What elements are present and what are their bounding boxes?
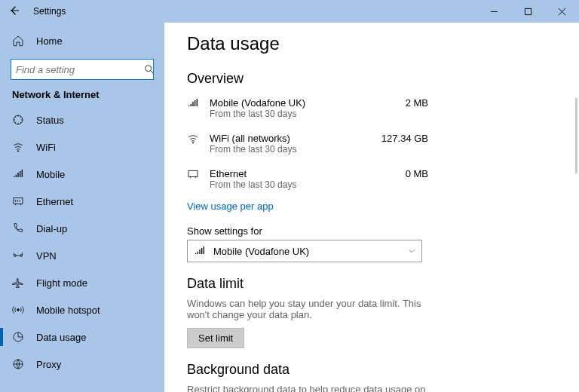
- nav-list: Status WiFi Mobile Ethernet Dial-up: [0, 106, 164, 392]
- overview-value: 0 MB: [375, 168, 428, 179]
- overview-sub: From the last 30 days: [210, 179, 365, 190]
- overview-value: 127.34 GB: [375, 133, 428, 144]
- search-input[interactable]: [11, 59, 154, 80]
- content-pane: Data usage Overview Mobile (Vodafone UK)…: [164, 23, 579, 392]
- sidebar-item-label: Flight mode: [36, 277, 87, 289]
- overview-name: WiFi (all networks): [210, 133, 365, 144]
- show-settings-select[interactable]: Mobile (Vodafone UK): [187, 240, 422, 262]
- overview-sub: From the last 30 days: [210, 144, 365, 155]
- svg-point-7: [17, 309, 20, 311]
- sidebar-item-vpn[interactable]: VPN: [0, 242, 164, 269]
- search-field[interactable]: [16, 64, 143, 75]
- svg-point-5: [14, 255, 17, 257]
- sidebar-item-proxy[interactable]: Proxy: [0, 351, 164, 378]
- sidebar-item-label: Mobile: [36, 169, 65, 180]
- overview-row-mobile[interactable]: Mobile (Vodafone UK) From the last 30 da…: [187, 93, 428, 128]
- status-icon: [12, 114, 24, 126]
- proxy-icon: [12, 358, 24, 370]
- svg-point-10: [192, 142, 193, 143]
- back-button[interactable]: [8, 4, 21, 20]
- overview-name: Mobile (Vodafone UK): [210, 97, 365, 109]
- svg-point-3: [17, 151, 18, 152]
- overview-row-ethernet[interactable]: Ethernet From the last 30 days 0 MB: [187, 164, 428, 199]
- view-usage-link[interactable]: View usage per app: [187, 199, 274, 225]
- sidebar-item-label: Ethernet: [36, 196, 73, 207]
- sidebar: Home Network & Internet Status WiFi: [0, 23, 164, 392]
- select-value: Mobile (Vodafone UK): [213, 246, 400, 257]
- overview-heading: Overview: [187, 71, 556, 87]
- data-limit-heading: Data limit: [187, 276, 556, 292]
- wifi-icon: [187, 133, 199, 145]
- background-desc: Restrict background data to help reduce …: [187, 384, 428, 392]
- sidebar-item-label: Mobile hotspot: [36, 305, 100, 316]
- mobile-signal-icon: [187, 97, 199, 109]
- maximize-button[interactable]: [511, 0, 545, 23]
- ethernet-icon: [187, 168, 199, 180]
- home-icon: [12, 35, 24, 47]
- mobile-signal-icon: [194, 245, 206, 257]
- search-icon: [143, 63, 155, 75]
- sidebar-item-ethernet[interactable]: Ethernet: [0, 188, 164, 215]
- ethernet-icon: [12, 195, 24, 207]
- data-limit-desc: Windows can help you stay under your dat…: [187, 298, 428, 320]
- airplane-icon: [12, 277, 24, 289]
- vpn-icon: [12, 250, 24, 262]
- sidebar-item-label: Dial-up: [36, 223, 67, 234]
- sidebar-item-label: VPN: [36, 250, 57, 262]
- wifi-icon: [12, 141, 24, 153]
- show-settings-label: Show settings for: [187, 225, 556, 237]
- sidebar-item-mobile[interactable]: Mobile: [0, 161, 164, 188]
- svg-rect-4: [14, 198, 23, 204]
- scrollbar[interactable]: [575, 98, 577, 173]
- svg-point-1: [146, 66, 152, 72]
- mobile-signal-icon: [12, 168, 24, 180]
- sidebar-item-wifi[interactable]: WiFi: [0, 133, 164, 161]
- sidebar-item-datausage[interactable]: Data usage: [0, 323, 164, 351]
- svg-rect-0: [525, 8, 531, 14]
- category-heading: Network & Internet: [0, 89, 164, 106]
- svg-point-6: [20, 255, 23, 257]
- minimize-button[interactable]: [477, 0, 511, 23]
- sidebar-item-dialup[interactable]: Dial-up: [0, 215, 164, 242]
- hotspot-icon: [12, 304, 24, 316]
- sidebar-item-label: Data usage: [36, 332, 87, 343]
- sidebar-item-status[interactable]: Status: [0, 106, 164, 133]
- sidebar-item-label: WiFi: [36, 142, 56, 153]
- titlebar: Settings: [0, 0, 579, 23]
- set-limit-button[interactable]: Set limit: [187, 328, 244, 348]
- close-button[interactable]: [545, 0, 579, 23]
- overview-row-wifi[interactable]: WiFi (all networks) From the last 30 day…: [187, 128, 428, 164]
- background-heading: Background data: [187, 362, 556, 378]
- svg-rect-11: [188, 170, 198, 176]
- page-title: Data usage: [187, 33, 556, 54]
- overview-value: 2 MB: [375, 97, 428, 109]
- datausage-icon: [12, 331, 24, 343]
- sidebar-item-label: Status: [36, 115, 64, 126]
- window-title: Settings: [33, 6, 66, 17]
- sidebar-item-hotspot[interactable]: Mobile hotspot: [0, 296, 164, 323]
- sidebar-item-flightmode[interactable]: Flight mode: [0, 269, 164, 296]
- overview-sub: From the last 30 days: [210, 109, 365, 119]
- home-button[interactable]: Home: [0, 30, 164, 51]
- dialup-icon: [12, 222, 24, 234]
- chevron-down-icon: [408, 246, 415, 257]
- home-label: Home: [36, 35, 63, 47]
- overview-name: Ethernet: [210, 168, 365, 179]
- sidebar-item-label: Proxy: [36, 359, 61, 370]
